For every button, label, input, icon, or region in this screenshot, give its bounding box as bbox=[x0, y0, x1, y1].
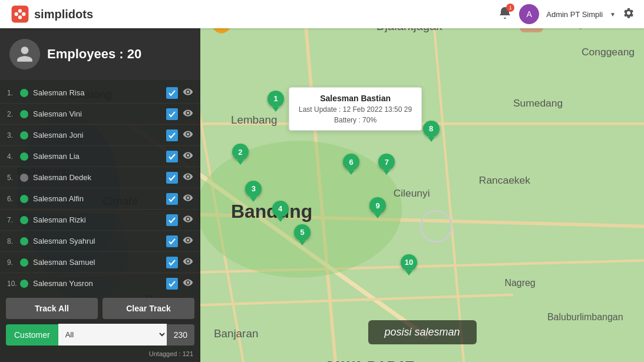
employee-number: 1. bbox=[7, 89, 20, 97]
employee-header: Employees : 20 bbox=[0, 28, 200, 80]
employee-number: 8. bbox=[7, 237, 20, 245]
employee-status-dot bbox=[20, 89, 28, 97]
employee-checkbox[interactable] bbox=[166, 87, 178, 99]
svg-text:Cileunyi: Cileunyi bbox=[394, 187, 430, 199]
employee-list-item: 8. Salesman Syahrul bbox=[0, 231, 200, 252]
untagged-label: Untagged : 121 bbox=[0, 350, 200, 362]
employee-checkbox[interactable] bbox=[166, 129, 178, 141]
employee-list-item: 2. Salesman Vini bbox=[0, 104, 200, 125]
employee-number: 5. bbox=[7, 174, 20, 182]
marker-number: 10 bbox=[401, 254, 417, 271]
employee-name: Salesman Yusron bbox=[33, 279, 166, 288]
map-marker[interactable]: 9 bbox=[369, 197, 386, 218]
employee-name: Salesman Rizki bbox=[33, 215, 166, 224]
employee-checkbox[interactable] bbox=[166, 172, 178, 184]
settings-icon[interactable] bbox=[623, 7, 635, 21]
marker-tail bbox=[277, 217, 284, 222]
map-marker[interactable]: 2 bbox=[232, 144, 249, 165]
employee-list-item: 3. Salesman Joni bbox=[0, 125, 200, 146]
employee-count-title: Employees : 20 bbox=[47, 47, 141, 62]
marker-tail bbox=[374, 214, 381, 218]
marker-number: 7 bbox=[378, 154, 395, 170]
employee-status-dot bbox=[20, 258, 28, 267]
employee-view-icon[interactable] bbox=[183, 150, 193, 162]
marker-tail bbox=[383, 170, 390, 175]
employee-checkbox[interactable] bbox=[166, 193, 178, 205]
employee-list-item: 1. Salesman Risa bbox=[0, 82, 200, 104]
marker-tail bbox=[250, 197, 257, 202]
employee-checkbox[interactable] bbox=[166, 235, 178, 247]
marker-number: 2 bbox=[232, 144, 249, 160]
employee-view-icon[interactable] bbox=[183, 129, 193, 141]
map-marker[interactable]: 6 bbox=[343, 154, 359, 175]
employee-checkbox[interactable] bbox=[166, 214, 178, 226]
notification-bell[interactable]: 1 bbox=[498, 6, 512, 22]
map-marker[interactable]: 4 bbox=[272, 201, 289, 222]
employee-status-dot bbox=[20, 280, 28, 288]
employee-status-dot bbox=[20, 237, 28, 245]
marker-tail bbox=[299, 241, 306, 245]
employee-view-icon[interactable] bbox=[183, 108, 193, 120]
marker-number: 8 bbox=[423, 121, 440, 137]
header-right: 1 A Admin PT Simpli ▼ bbox=[498, 4, 635, 24]
marker-number: 6 bbox=[343, 154, 359, 170]
svg-text:4: 4 bbox=[219, 28, 224, 29]
marker-tail bbox=[428, 137, 435, 142]
employee-name: Salesman Joni bbox=[33, 131, 166, 140]
customer-count: 230 bbox=[167, 324, 194, 346]
employee-checkbox[interactable] bbox=[166, 108, 178, 120]
employee-view-icon[interactable] bbox=[183, 171, 193, 184]
svg-text:JAWA BARAT: JAWA BARAT bbox=[325, 359, 414, 362]
employee-checkbox[interactable] bbox=[166, 257, 178, 268]
employee-view-icon[interactable] bbox=[183, 192, 193, 205]
avatar: A bbox=[519, 4, 539, 24]
header: simplidots 1 A Admin PT Simpli ▼ bbox=[0, 0, 644, 28]
customer-label: Customer bbox=[6, 324, 58, 346]
employee-list-item: 7. Salesman Rizki bbox=[0, 210, 200, 231]
employee-list-item: 5. Salesman Dedek bbox=[0, 167, 200, 188]
svg-text:Banjaran: Banjaran bbox=[214, 327, 259, 340]
employee-name: Salesman Lia bbox=[33, 152, 166, 161]
marker-number: 3 bbox=[245, 181, 262, 197]
track-all-button[interactable]: Track All bbox=[6, 298, 98, 319]
svg-text:Conggeang: Conggeang bbox=[582, 46, 635, 58]
admin-dropdown-icon[interactable]: ▼ bbox=[610, 11, 616, 18]
svg-rect-0 bbox=[12, 6, 29, 23]
map-marker[interactable]: 10 bbox=[401, 254, 417, 275]
clear-track-button[interactable]: Clear Track bbox=[103, 298, 194, 319]
employee-number: 4. bbox=[7, 152, 20, 161]
employee-checkbox[interactable] bbox=[166, 151, 178, 162]
svg-point-2 bbox=[18, 9, 22, 12]
marker-tail bbox=[272, 107, 279, 112]
employee-list-item: 9. Salesman Samuel bbox=[0, 252, 200, 273]
employee-name: Salesman Risa bbox=[33, 88, 166, 97]
employee-status-dot bbox=[20, 216, 28, 224]
svg-point-1 bbox=[15, 12, 18, 16]
map-marker[interactable]: 8 bbox=[423, 121, 440, 142]
admin-name[interactable]: Admin PT Simpli bbox=[546, 10, 603, 19]
marker-number: 4 bbox=[272, 201, 289, 217]
employee-number: 6. bbox=[7, 195, 20, 203]
map-marker[interactable]: 5 bbox=[294, 224, 311, 245]
employee-name: Salesman Vini bbox=[33, 109, 166, 118]
employee-status-dot bbox=[20, 195, 28, 203]
map-marker[interactable]: 1 bbox=[267, 91, 284, 112]
employee-view-icon[interactable] bbox=[183, 277, 193, 290]
employee-checkbox[interactable] bbox=[166, 278, 178, 290]
employee-name: Salesman Samuel bbox=[33, 258, 166, 267]
employee-status-dot bbox=[20, 131, 28, 140]
customer-select[interactable]: All bbox=[58, 324, 167, 346]
employee-view-icon[interactable] bbox=[183, 235, 193, 247]
svg-point-4 bbox=[18, 15, 22, 19]
employee-list[interactable]: 1. Salesman Risa 2. Salesman Vini 3. Sal… bbox=[0, 80, 200, 293]
employee-view-icon[interactable] bbox=[183, 256, 193, 268]
marker-number: 5 bbox=[294, 224, 311, 241]
marker-tail bbox=[348, 170, 355, 175]
action-buttons-row: Track All Clear Track bbox=[0, 293, 200, 324]
employee-view-icon[interactable] bbox=[183, 214, 193, 226]
map-marker[interactable]: 7 bbox=[378, 154, 395, 175]
employee-number: 10. bbox=[7, 280, 20, 288]
employee-name: Salesman Syahrul bbox=[33, 237, 166, 245]
map-marker[interactable]: 3 bbox=[245, 181, 262, 202]
employee-view-icon[interactable] bbox=[183, 87, 193, 99]
